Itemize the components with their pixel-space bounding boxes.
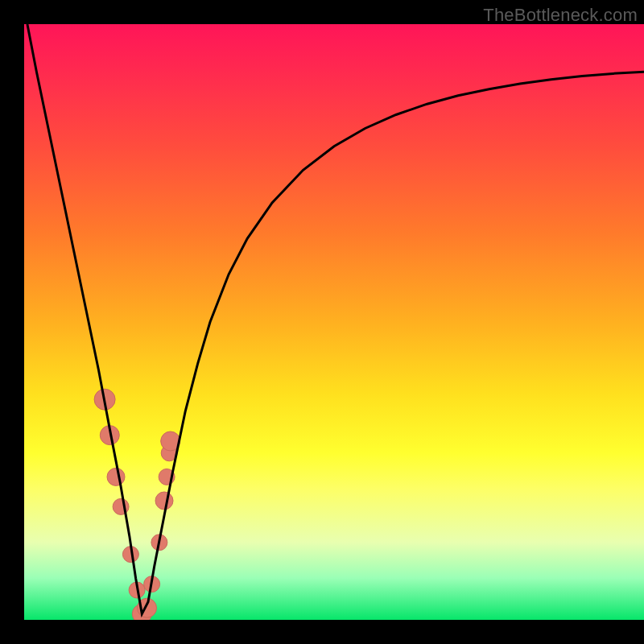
bottleneck-curve [27, 24, 644, 614]
chart-svg [24, 24, 644, 620]
marker-dot [107, 468, 125, 485]
watermark-text: TheBottleneck.com [483, 5, 638, 26]
marker-dot [155, 492, 173, 510]
plot-area [24, 24, 644, 620]
chart-frame: TheBottleneck.com [0, 0, 644, 644]
